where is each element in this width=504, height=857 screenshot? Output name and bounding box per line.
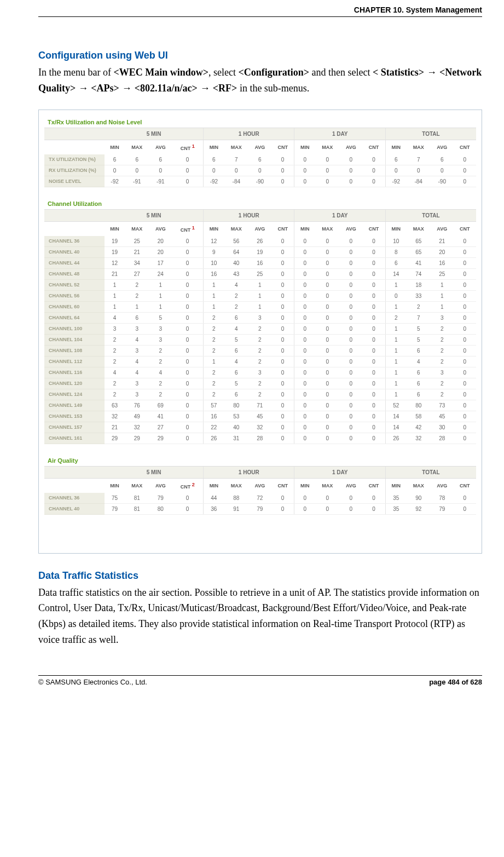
data-cell: 80	[224, 400, 248, 411]
subcol-header: CNT	[271, 221, 294, 236]
data-cell: 30	[431, 422, 454, 433]
data-cell: 2	[248, 389, 271, 400]
data-cell: 1	[149, 279, 172, 290]
data-cell: 0	[362, 154, 385, 165]
subcol-header: CNT	[271, 140, 294, 154]
data-cell: -92	[105, 176, 125, 187]
data-cell: 2	[105, 345, 125, 356]
data-cell: 0	[294, 279, 315, 290]
data-cell: 0	[271, 290, 294, 301]
table-row: NOISE LEVEL-92-91-910-92-84-9000000-92-8…	[44, 176, 476, 187]
row-label: CHANNEL 149	[44, 400, 105, 411]
data-cell: 26	[248, 236, 271, 247]
data-cell: 43	[224, 268, 248, 279]
data-cell: 0	[339, 433, 362, 444]
data-cell: 4	[224, 356, 248, 367]
arrow-icon: →	[198, 83, 213, 94]
data-cell: 0	[172, 176, 203, 187]
data-cell: 0	[294, 493, 315, 504]
data-cell: 1	[385, 356, 406, 367]
data-cell: 0	[271, 422, 294, 433]
section1-body: In the menu bar of <WEC Main window>, se…	[38, 65, 482, 96]
data-cell: 0	[339, 236, 362, 247]
row-label: RX UTILIZATION (%)	[44, 165, 105, 176]
data-cell: 0	[294, 268, 315, 279]
table-row: TX UTILIZATION (%)6660676000006760	[44, 154, 476, 165]
data-cell: 16	[431, 257, 454, 268]
data-cell: 0	[271, 389, 294, 400]
data-cell: 17	[149, 257, 172, 268]
data-cell: 0	[271, 433, 294, 444]
data-cell: 0	[454, 334, 476, 345]
data-cell: 0	[172, 268, 203, 279]
data-cell: 0	[454, 400, 476, 411]
table-header: 5 MIN1 HOUR1 DAYTOTALMINMAXAVGCNT 1MINMA…	[44, 209, 476, 236]
data-cell: 0	[315, 290, 339, 301]
data-cell: 21	[105, 268, 125, 279]
subcol-header: AVG	[248, 140, 271, 154]
data-cell: 0	[172, 367, 203, 378]
data-cell: 2	[105, 389, 125, 400]
data-cell: 0	[339, 290, 362, 301]
data-cell: 0	[294, 356, 315, 367]
data-cell: 79	[431, 503, 454, 514]
data-cell: 12	[105, 257, 125, 268]
data-cell: 0	[271, 236, 294, 247]
data-cell: -92	[385, 176, 406, 187]
data-cell: 0	[315, 433, 339, 444]
table-body: CHANNEL 361925200125626000001065210CHANN…	[44, 236, 476, 444]
arrow-icon: →	[424, 67, 439, 78]
data-cell: 0	[271, 154, 294, 165]
subcol-header: AVG	[149, 140, 172, 154]
data-cell: 10	[204, 257, 224, 268]
data-cell: 29	[125, 433, 149, 444]
data-cell: 0	[339, 279, 362, 290]
data-cell: 0	[362, 389, 385, 400]
data-cell: 4	[125, 356, 149, 367]
data-cell: 0	[315, 334, 339, 345]
period-header: 1 DAY	[294, 466, 385, 478]
data-cell: 0	[339, 367, 362, 378]
subcol-header: MAX	[125, 478, 149, 493]
data-cell: 0	[315, 422, 339, 433]
data-cell: 6	[149, 154, 172, 165]
data-cell: 40	[224, 422, 248, 433]
data-cell: -92	[204, 176, 224, 187]
data-cell: 21	[431, 236, 454, 247]
data-cell: 6	[431, 154, 454, 165]
data-cell: 5	[224, 378, 248, 389]
row-label: CHANNEL 108	[44, 345, 105, 356]
data-cell: 0	[294, 433, 315, 444]
subcol-header: CNT 2	[172, 478, 203, 493]
data-cell: 2	[149, 345, 172, 356]
data-cell: 0	[172, 345, 203, 356]
data-cell: 3	[431, 367, 454, 378]
data-cell: 64	[224, 246, 248, 257]
data-cell: 0	[362, 176, 385, 187]
data-cell: 0	[172, 236, 203, 247]
data-cell: 2	[431, 378, 454, 389]
arrow-icon: →	[119, 83, 135, 94]
data-cell: 31	[224, 433, 248, 444]
data-cell: 1	[385, 389, 406, 400]
data-cell: 0	[172, 356, 203, 367]
subcol-header: CNT 1	[172, 140, 203, 154]
subcol-header: CNT 1	[172, 221, 203, 236]
air-table: 5 MIN1 HOUR1 DAYTOTALMINMAXAVGCNT 2MINMA…	[44, 466, 476, 515]
data-cell: 75	[105, 493, 125, 504]
data-cell: 0	[271, 301, 294, 312]
data-cell: 1	[431, 301, 454, 312]
subcol-header: AVG	[248, 478, 271, 493]
data-cell: 0	[294, 345, 315, 356]
data-cell: 3	[125, 378, 149, 389]
data-cell: 0	[271, 503, 294, 514]
subcol-header: CNT	[454, 478, 476, 493]
data-cell: 0	[339, 356, 362, 367]
row-label: CHANNEL 120	[44, 378, 105, 389]
data-cell: 0	[271, 400, 294, 411]
data-cell: 0	[204, 165, 224, 176]
bold-text: <802.11a/n/ac>	[135, 83, 198, 94]
subcol-header: MIN	[385, 140, 406, 154]
data-cell: 1	[385, 367, 406, 378]
data-cell: 4	[149, 367, 172, 378]
